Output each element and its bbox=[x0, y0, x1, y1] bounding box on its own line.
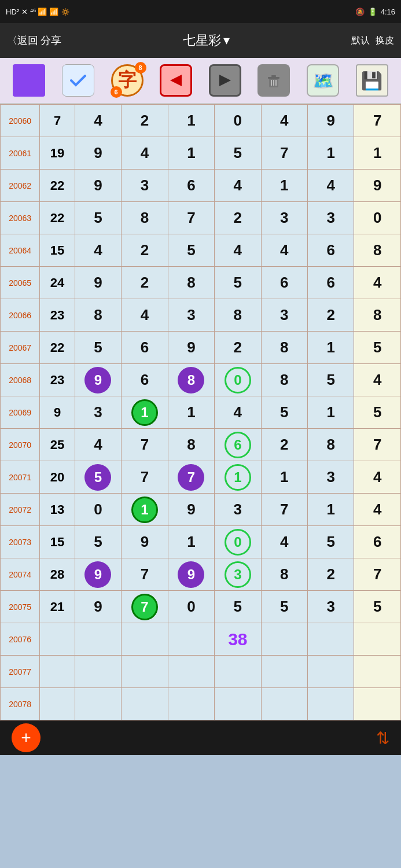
num-cell[interactable]: 8 bbox=[168, 267, 214, 299]
num-cell[interactable]: 7 bbox=[122, 591, 168, 623]
num-cell[interactable]: 4 bbox=[308, 170, 354, 202]
num-cell[interactable]: 8 bbox=[354, 234, 401, 267]
num-cell[interactable] bbox=[75, 623, 121, 656]
num-cell[interactable]: 0 bbox=[354, 202, 401, 234]
trash-button[interactable] bbox=[253, 62, 294, 99]
num-cell[interactable]: 3 bbox=[261, 299, 307, 332]
num-cell[interactable]: 9 bbox=[354, 170, 401, 202]
num-cell[interactable]: 5 bbox=[354, 591, 401, 623]
num-cell[interactable]: 5 bbox=[308, 526, 354, 558]
num-cell[interactable]: 3 bbox=[122, 170, 168, 202]
back-arrow-button[interactable] bbox=[156, 62, 196, 99]
num-cell[interactable]: 7 bbox=[168, 461, 214, 494]
sort-button[interactable]: ⇅ bbox=[376, 729, 389, 748]
num-cell[interactable]: 6 bbox=[215, 429, 261, 461]
num-cell[interactable]: 3 bbox=[308, 461, 354, 494]
num-cell[interactable]: 8 bbox=[261, 364, 307, 396]
num-cell[interactable]: 9 bbox=[168, 494, 214, 526]
num-cell[interactable] bbox=[215, 688, 261, 720]
num-cell[interactable]: 8 bbox=[168, 364, 214, 396]
num-cell[interactable]: 1 bbox=[261, 170, 307, 202]
num-cell[interactable]: 4 bbox=[261, 234, 307, 267]
skin-button[interactable]: 换皮 bbox=[376, 35, 394, 47]
num-cell[interactable] bbox=[168, 688, 214, 720]
num-cell[interactable]: 6 bbox=[308, 267, 354, 299]
num-cell[interactable]: 2 bbox=[261, 429, 307, 461]
num-cell[interactable]: 5 bbox=[75, 526, 121, 558]
num-cell[interactable]: 4 bbox=[75, 429, 121, 461]
title-arrow[interactable]: ▾ bbox=[223, 33, 230, 48]
num-cell[interactable]: 9 bbox=[75, 267, 121, 299]
num-cell[interactable]: 2 bbox=[122, 234, 168, 267]
num-cell[interactable]: 8 bbox=[308, 429, 354, 461]
num-cell[interactable]: 0 bbox=[215, 364, 261, 396]
num-cell[interactable]: 4 bbox=[261, 105, 307, 137]
num-cell[interactable]: 4 bbox=[354, 364, 401, 396]
num-cell[interactable]: 3 bbox=[215, 494, 261, 526]
nav-left[interactable]: 〈返回 分享 bbox=[7, 34, 61, 47]
num-cell[interactable]: 1 bbox=[308, 494, 354, 526]
num-cell[interactable]: 5 bbox=[215, 137, 261, 170]
num-cell[interactable]: 3 bbox=[261, 202, 307, 234]
num-cell[interactable]: 7 bbox=[122, 558, 168, 591]
text-tool-button[interactable]: 字 8 6 bbox=[107, 62, 148, 99]
num-cell[interactable]: 5 bbox=[168, 234, 214, 267]
num-cell[interactable]: 4 bbox=[75, 105, 121, 137]
num-cell[interactable]: 0 bbox=[168, 591, 214, 623]
num-cell[interactable] bbox=[168, 656, 214, 688]
num-cell[interactable]: 3 bbox=[75, 396, 121, 429]
num-cell[interactable] bbox=[122, 623, 168, 656]
num-cell[interactable]: 5 bbox=[75, 332, 121, 364]
num-cell[interactable]: 4 bbox=[75, 234, 121, 267]
num-cell[interactable] bbox=[122, 688, 168, 720]
num-cell[interactable]: 4 bbox=[122, 299, 168, 332]
num-cell[interactable]: 5 bbox=[354, 332, 401, 364]
num-cell[interactable]: 9 bbox=[168, 332, 214, 364]
num-cell[interactable]: 1 bbox=[168, 105, 214, 137]
num-cell[interactable]: 8 bbox=[75, 299, 121, 332]
num-cell[interactable]: 2 bbox=[215, 332, 261, 364]
save-button[interactable]: 💾 bbox=[352, 62, 392, 99]
num-cell[interactable]: 4 bbox=[354, 494, 401, 526]
num-cell[interactable]: 5 bbox=[261, 396, 307, 429]
num-cell[interactable]: 6 bbox=[261, 267, 307, 299]
num-cell[interactable]: 3 bbox=[215, 558, 261, 591]
num-cell[interactable]: 0 bbox=[75, 494, 121, 526]
forward-arrow-button[interactable] bbox=[205, 62, 245, 99]
num-cell[interactable]: 1 bbox=[168, 526, 214, 558]
num-cell[interactable]: 4 bbox=[122, 137, 168, 170]
num-cell[interactable]: 1 bbox=[168, 137, 214, 170]
num-cell[interactable]: 7 bbox=[354, 105, 401, 137]
num-cell[interactable]: 4 bbox=[354, 267, 401, 299]
default-button[interactable]: 默认 bbox=[351, 35, 370, 47]
num-cell[interactable]: 8 bbox=[354, 299, 401, 332]
num-cell[interactable] bbox=[354, 688, 401, 720]
num-cell[interactable]: 9 bbox=[308, 105, 354, 137]
num-cell[interactable]: 6 bbox=[122, 364, 168, 396]
nav-title[interactable]: 七星彩 ▾ bbox=[183, 32, 230, 49]
num-cell[interactable] bbox=[168, 623, 214, 656]
num-cell[interactable]: 1 bbox=[308, 332, 354, 364]
num-cell[interactable]: 8 bbox=[261, 558, 307, 591]
num-cell[interactable]: 5 bbox=[354, 396, 401, 429]
num-cell[interactable]: 8 bbox=[215, 299, 261, 332]
num-cell[interactable]: 9 bbox=[75, 170, 121, 202]
num-cell[interactable]: 5 bbox=[261, 591, 307, 623]
num-cell[interactable]: 4 bbox=[215, 396, 261, 429]
num-cell[interactable]: 6 bbox=[168, 170, 214, 202]
num-cell[interactable]: 0 bbox=[215, 105, 261, 137]
num-cell[interactable]: 8 bbox=[122, 202, 168, 234]
num-cell[interactable]: 7 bbox=[122, 461, 168, 494]
num-cell[interactable]: 3 bbox=[308, 202, 354, 234]
num-cell[interactable]: 5 bbox=[215, 591, 261, 623]
num-cell[interactable]: 2 bbox=[122, 105, 168, 137]
color-tool-button[interactable] bbox=[9, 62, 49, 99]
num-cell[interactable]: 2 bbox=[308, 299, 354, 332]
num-cell[interactable]: 4 bbox=[215, 170, 261, 202]
num-cell[interactable]: 5 bbox=[308, 364, 354, 396]
num-cell[interactable]: 1 bbox=[122, 494, 168, 526]
num-cell[interactable]: 9 bbox=[75, 558, 121, 591]
num-cell[interactable]: 38 bbox=[215, 623, 261, 656]
num-cell[interactable]: 9 bbox=[75, 137, 121, 170]
num-cell[interactable]: 9 bbox=[75, 591, 121, 623]
